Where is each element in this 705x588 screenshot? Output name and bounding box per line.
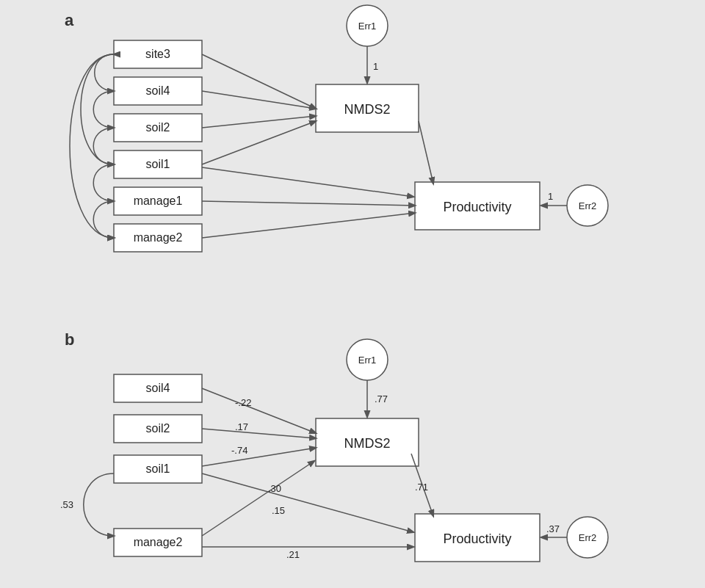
label-a-productivity: Productivity	[443, 200, 511, 214]
label-a-soil2: soil2	[146, 121, 170, 134]
label-b-productivity: Productivity	[443, 531, 511, 546]
coeff-b-soil1-prod: .15	[272, 505, 285, 516]
label-a-manage1: manage1	[134, 195, 183, 207]
coeff-b-manage2-nmds2: .30	[268, 483, 281, 494]
coeff-b-err1: .77	[375, 393, 388, 404]
label-b-soil4: soil4	[146, 382, 170, 394]
label-a-manage2: manage2	[134, 231, 183, 244]
label-b-soil1: soil1	[146, 462, 170, 475]
label-b-manage2: manage2	[134, 536, 183, 548]
label-b-nmds2: NMDS2	[344, 436, 390, 451]
label-b-err1: Err1	[358, 355, 377, 366]
coeff-b-err2: .37	[546, 523, 560, 534]
coeff-b-soil1-manage2: .53	[60, 499, 73, 510]
val-a-err2: 1	[548, 191, 553, 202]
coeff-b-soil1-nmds2: -.74	[231, 445, 247, 456]
val-a-err1: 1	[373, 61, 378, 72]
section-label-b: b	[65, 330, 74, 349]
section-label-a: a	[65, 11, 74, 29]
diagram-container: a b site3 soil4 soil2 soil1 manage1 mana…	[0, 0, 705, 588]
label-a-err1: Err1	[358, 21, 377, 32]
label-a-site3: site3	[145, 48, 170, 60]
coeff-b-soil4: -.22	[235, 397, 251, 408]
coeff-b-soil2: .17	[235, 421, 248, 432]
label-a-soil1: soil1	[146, 158, 170, 170]
label-a-err2: Err2	[579, 200, 597, 211]
label-a-soil4: soil4	[146, 84, 170, 97]
label-b-soil2: soil2	[146, 422, 170, 435]
diagram-svg: site3 soil4 soil2 soil1 manage1 manage2 …	[0, 0, 705, 588]
coeff-b-nmds2-prod: .71	[415, 482, 428, 493]
label-a-nmds2: NMDS2	[344, 102, 390, 117]
label-b-err2: Err2	[579, 532, 597, 543]
coeff-b-manage2-prod: .21	[286, 549, 300, 560]
